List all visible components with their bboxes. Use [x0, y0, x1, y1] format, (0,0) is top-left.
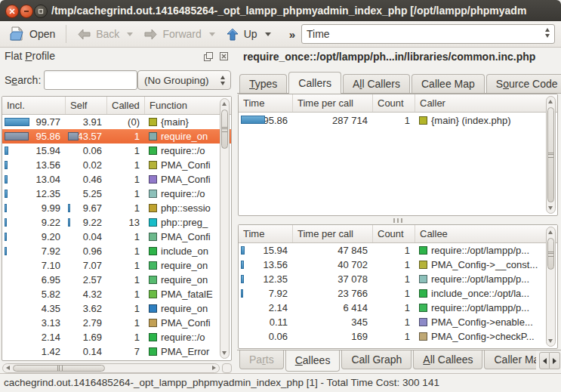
table-row[interactable]: 12.3537 0781require::/opt/lampp/p... [239, 272, 557, 286]
table-row[interactable]: 4.353.621require_on [2, 301, 231, 316]
table-row[interactable]: 6.952.571require_on [2, 273, 231, 287]
search-input[interactable] [44, 70, 137, 90]
table-row[interactable]: 13.040.461PMA_Confi [2, 172, 231, 187]
function-name: {main} [161, 116, 189, 128]
titlebar[interactable]: /tmp/cachegrind.out.1416485264-_opt_lamp… [0, 0, 561, 21]
tab-scroll-right-button[interactable] [550, 352, 560, 369]
c0-value: 7.92 [269, 288, 288, 299]
column-header-time-per-call[interactable]: Time per call [293, 94, 373, 112]
table-row[interactable]: 2.141.691require::/o [2, 330, 231, 344]
c1-cell: 3.62 [66, 301, 107, 316]
table-row[interactable]: 9.229.2213php::preg_ [2, 215, 231, 230]
value-bar [5, 190, 8, 198]
scrollbar-thumb[interactable] [547, 238, 554, 270]
open-file-icon [9, 26, 25, 42]
c0-cell: 7.92 [2, 244, 66, 258]
maximize-window-button[interactable] [34, 5, 48, 18]
table-row[interactable]: 9.999.671php::sessio [2, 201, 231, 215]
scrollbar-thumb[interactable] [13, 365, 105, 372]
grouping-spinner-icon[interactable] [220, 76, 225, 85]
column-header-self[interactable]: Self [66, 97, 107, 114]
minimize-window-button[interactable] [20, 5, 33, 18]
float-panel-button[interactable] [203, 51, 214, 62]
callers-rows: 95.86287 7141{main} (index.php) [239, 113, 557, 216]
column-header-count[interactable]: Count [373, 225, 415, 242]
column-header-time[interactable]: Time [239, 225, 293, 242]
table-row[interactable]: 0.061691PMA_Config->checkP... [239, 329, 557, 344]
tab-scroll-left-button[interactable] [539, 352, 550, 369]
tab-parts[interactable]: Parts [239, 350, 284, 369]
scroll-right-arrow[interactable] [212, 366, 216, 370]
column-header-called[interactable]: Called [107, 97, 145, 114]
forward-dropdown-arrow[interactable] [209, 32, 215, 36]
back-dropdown-arrow[interactable] [127, 32, 133, 36]
close-panel-button[interactable] [218, 51, 230, 62]
table-row[interactable]: 7.920.961include_on [2, 244, 231, 258]
scroll-up-arrow[interactable] [548, 100, 553, 103]
scroll-left-arrow[interactable] [6, 366, 10, 370]
flat-profile-horizontal-scrollbar[interactable] [2, 363, 220, 373]
scrollbar-thumb[interactable] [221, 110, 228, 149]
scroll-up-arrow[interactable] [548, 230, 553, 234]
flat-profile-dock-header[interactable]: Flat Profile [5, 50, 231, 68]
up-button[interactable]: Up [223, 26, 260, 43]
scrollbar-thumb[interactable] [547, 107, 554, 202]
tab-call-graph[interactable]: Call Graph [341, 350, 412, 369]
table-row[interactable]: 9.200.041PMA_Confi [2, 230, 231, 244]
column-header-caller[interactable]: Caller [415, 94, 557, 112]
column-header-time-per-call[interactable]: Time per call [293, 225, 373, 242]
c2-value: 1 [405, 331, 410, 342]
c1-cell: 1.69 [66, 330, 107, 344]
forward-button[interactable]: Forward [140, 26, 204, 42]
column-header-callee[interactable]: Callee [415, 225, 557, 242]
table-row[interactable]: 15.940.061require::/o [2, 144, 231, 158]
table-row[interactable]: 2.146 4141require::/opt/lampp/p... [239, 301, 557, 315]
tab-types[interactable]: Types [239, 74, 287, 93]
grouping-combobox[interactable]: (No Grouping) [137, 70, 231, 90]
callees-table: TimeTime per callCountCallee 15.9447 845… [238, 224, 558, 349]
callees-vertical-scrollbar[interactable] [546, 227, 556, 347]
column-header-incl[interactable]: Incl. [2, 97, 66, 114]
callees-table-header: TimeTime per callCountCallee [239, 225, 557, 243]
table-row[interactable]: 12.355.251require::/o [2, 187, 231, 201]
back-button[interactable]: Back [74, 26, 122, 42]
tab-callees[interactable]: Callees [285, 350, 341, 372]
tab-callee-map[interactable]: Callee Map [412, 74, 485, 93]
value-bar [5, 204, 7, 212]
horizontal-splitter[interactable] [238, 217, 558, 224]
table-row[interactable]: 1.400.022PMA_E [2, 359, 231, 361]
tab-caller-map[interactable]: Caller Map [484, 350, 536, 369]
toolbar-overflow-chevron[interactable]: » [289, 28, 295, 41]
table-row[interactable]: 95.86287 7141{main} (index.php) [239, 113, 557, 128]
tab-callers[interactable]: Callers [288, 72, 341, 94]
tab-source-code[interactable]: Source Code [486, 74, 561, 93]
open-button[interactable]: Open [6, 25, 58, 43]
table-row[interactable]: 15.9447 8451require::/opt/lampp/p... [239, 243, 557, 258]
event-type-combobox[interactable]: Time [301, 24, 555, 44]
scroll-down-arrow[interactable] [548, 206, 553, 210]
table-row[interactable]: 0.113451PMA_Config->enable... [239, 315, 557, 329]
scroll-down-arrow[interactable] [548, 339, 553, 343]
tab-all-callers[interactable]: All Callers [343, 74, 410, 93]
table-row[interactable]: 7.107.071require_on [2, 258, 231, 273]
tab-all-callees[interactable]: All Callees [413, 350, 482, 369]
table-row[interactable]: 13.5640 7021PMA_Config->__const... [239, 258, 557, 272]
flat-profile-vertical-scrollbar[interactable] [220, 98, 230, 359]
column-header-count[interactable]: Count [373, 94, 415, 112]
table-row[interactable]: 1.420.147PMA_Error [2, 344, 231, 359]
spinner-arrows-icon[interactable] [545, 28, 550, 38]
table-row[interactable]: 13.560.021PMA_Confi [2, 158, 231, 172]
callers-vertical-scrollbar[interactable] [546, 96, 556, 214]
table-row[interactable]: 99.773.91(0){main} [2, 115, 231, 129]
table-row[interactable]: 7.9223 7661include_once::/opt/la... [239, 286, 557, 301]
scroll-up-arrow[interactable] [222, 102, 227, 106]
table-row[interactable]: 3.132.791PMA_Confi [2, 316, 231, 330]
scroll-down-arrow[interactable] [222, 351, 227, 355]
column-header-function[interactable]: Function [145, 97, 231, 114]
table-row[interactable]: 95.8643.571require_on [2, 129, 231, 144]
table-row[interactable]: 5.824.321PMA_fatalE [2, 287, 231, 301]
up-dropdown-arrow[interactable] [265, 32, 271, 36]
close-window-button[interactable] [5, 5, 19, 18]
c0-value: 9.99 [42, 202, 60, 214]
column-header-time[interactable]: Time [239, 94, 293, 112]
